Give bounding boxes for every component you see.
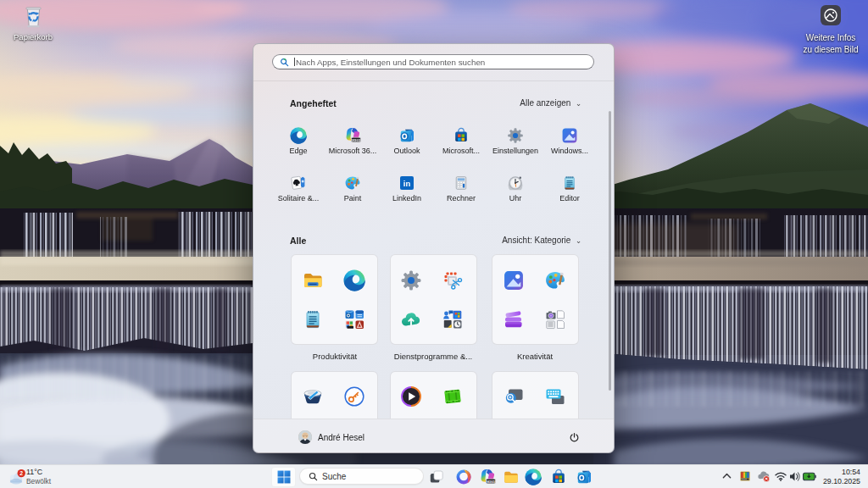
svg-text:2: 2 [19, 470, 23, 476]
svg-text:M365: M365 [487, 480, 496, 484]
svg-text:in: in [403, 179, 411, 188]
svg-text:M365: M365 [352, 138, 361, 142]
